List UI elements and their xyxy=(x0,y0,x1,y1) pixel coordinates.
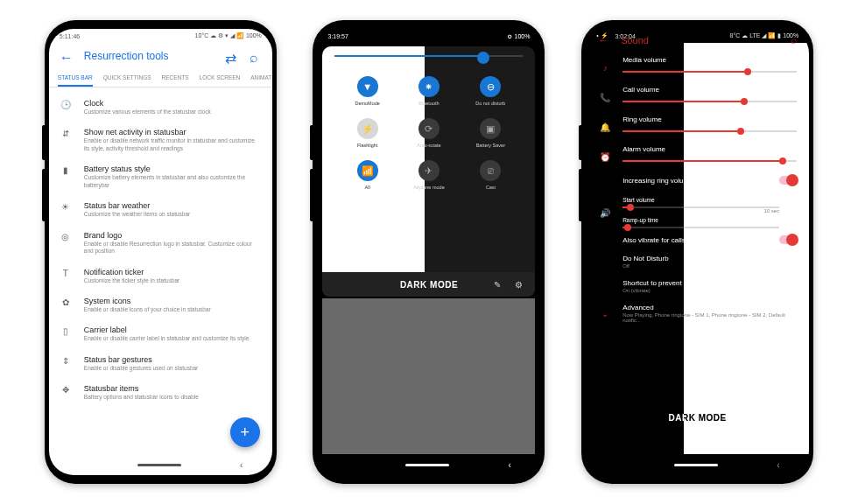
qs-tile[interactable]: ✈Airplane mode xyxy=(398,160,460,190)
item-title: Show net activity in statusbar xyxy=(84,128,262,136)
vol-icon: ♪ xyxy=(598,56,612,73)
item-subtitle: Enable or disable icons of your choice i… xyxy=(84,306,262,313)
tile-label: Do not disturb xyxy=(475,101,505,106)
item-icon: T xyxy=(60,268,72,278)
vol-slider[interactable] xyxy=(622,71,797,73)
qs-tile[interactable]: 📶All xyxy=(336,160,397,190)
vol-icon: ⏰ xyxy=(598,145,612,162)
volume-row: 📞Call volume xyxy=(586,81,809,111)
vol-slider[interactable] xyxy=(622,101,797,102)
screen-sound-settings: • ⚡ 3:02:04 8°C ☁ LTE ◢ 📶 ▮ 100% ← Sound… xyxy=(586,29,809,475)
increasing-ring-details: 🔊 Start volume 10 sec Ramp-up time xyxy=(586,190,809,230)
list-item[interactable]: ☀Status bar weatherCustomize the weather… xyxy=(60,195,262,224)
qs-tile[interactable]: ▣Battery Saver xyxy=(460,118,521,148)
row-title: Also vibrate for calls xyxy=(622,236,769,244)
list-item[interactable]: ◎Brand logoEnable or disable Resurrectio… xyxy=(60,225,262,262)
tab-quick-settings[interactable]: QUICK SETTINGS xyxy=(103,69,151,87)
back-icon[interactable]: ← xyxy=(60,50,72,62)
swap-icon[interactable]: ⇄ xyxy=(225,50,237,62)
settings-icon[interactable]: ⚙ xyxy=(515,280,523,290)
item-title: Brand logo xyxy=(84,231,262,240)
list-item[interactable]: ✥Statusbar itemsBattery options and stat… xyxy=(60,378,262,407)
volume-row: 🔔Ring volume xyxy=(586,111,809,141)
fab-add-button[interactable]: + xyxy=(230,417,260,447)
tile-icon: ⎚ xyxy=(480,160,501,181)
vol-icon: 🔔 xyxy=(598,116,612,132)
tab-animation[interactable]: ANIMATION xyxy=(250,69,272,87)
vol-slider[interactable] xyxy=(622,130,797,132)
search-icon[interactable]: ⌕ xyxy=(791,34,797,46)
volume-up-icon: 🔊 xyxy=(598,208,612,218)
nav-back-icon[interactable]: ‹ xyxy=(509,460,511,470)
tab-status-bar[interactable]: STATUS BAR xyxy=(58,69,93,87)
item-title: Battery status style xyxy=(84,164,262,173)
shortcut-row[interactable]: Shortcut to prevent ringing On (vibrate) xyxy=(586,274,809,298)
qs-footer: DARK MODE ✎ ⚙ xyxy=(322,272,535,297)
start-volume-label: Start volume xyxy=(622,197,779,203)
start-volume-slider[interactable] xyxy=(622,206,779,208)
vol-label: Alarm volume xyxy=(622,145,797,153)
status-bar: 5:11:46 10°C ☁ ⚙ ▾ ◢ 📶 100% xyxy=(49,29,272,43)
advanced-row[interactable]: ⌄ Advanced Now Playing, Phone ringtone -… xyxy=(586,298,809,328)
edit-icon[interactable]: ✎ xyxy=(494,280,501,290)
nav-back-icon[interactable]: ‹ xyxy=(240,460,243,470)
tile-label: DemoMode xyxy=(355,101,379,106)
list-item[interactable]: ▮Battery status styleCustomize battery e… xyxy=(60,158,262,195)
tile-icon: ⊖ xyxy=(480,76,501,97)
item-icon: 🕒 xyxy=(60,99,72,109)
list-item[interactable]: ✿System iconsEnable or disable icons of … xyxy=(60,290,262,319)
list-item[interactable]: ⇕Status bar gesturesEnable or disable ge… xyxy=(60,349,262,378)
switch-on[interactable] xyxy=(779,235,797,244)
tab-lock-screen[interactable]: LOCK SCREEN xyxy=(200,69,241,87)
phone-3: • ⚡ 3:02:04 8°C ☁ LTE ◢ 📶 ▮ 100% ← Sound… xyxy=(581,20,813,484)
ramp-value: 10 sec xyxy=(763,208,779,214)
qs-tile[interactable]: ⁕Bluetooth xyxy=(398,76,460,106)
qs-tile[interactable]: ⟳Auto-rotate xyxy=(398,118,460,148)
page-title: Resurrection tools xyxy=(84,50,213,62)
qs-tile[interactable]: ▼DemoMode xyxy=(336,76,397,106)
search-icon[interactable]: ⌕ xyxy=(250,50,262,62)
qs-tiles-grid: ▼DemoMode⁕Bluetooth⊖Do not disturb⚡Flash… xyxy=(322,69,535,197)
list-item[interactable]: 🕒ClockCustomize various elements of the … xyxy=(60,93,262,122)
home-pill[interactable] xyxy=(405,464,449,466)
app-bar: ← Sound ⌕ xyxy=(586,29,809,52)
list-item[interactable]: TNotification tickerCustomize the ticker… xyxy=(60,262,262,290)
qs-panel: ▼DemoMode⁕Bluetooth⊖Do not disturb⚡Flash… xyxy=(322,46,535,283)
row-title: Do Not Disturb xyxy=(622,255,797,262)
ramp-slider[interactable] xyxy=(622,227,779,228)
qs-tile[interactable]: ⊖Do not disturb xyxy=(460,76,521,106)
ramp-label: Ramp-up time xyxy=(622,217,779,223)
list-item[interactable]: ⇵Show net activity in statusbarEnable or… xyxy=(60,122,262,158)
item-icon: ⇕ xyxy=(60,355,72,366)
switch-on[interactable] xyxy=(779,176,797,185)
navbar: ‹ xyxy=(49,454,272,475)
brightness-slider[interactable] xyxy=(334,55,523,57)
tile-label: Airplane mode xyxy=(413,185,444,190)
home-pill[interactable] xyxy=(137,464,181,466)
qs-tile[interactable]: ⚡Flashlight xyxy=(336,118,397,148)
item-subtitle: Enable or disable network traffic monito… xyxy=(84,137,262,152)
tab-recents[interactable]: RECENTS xyxy=(162,69,189,87)
tile-icon: 📶 xyxy=(357,160,378,181)
item-subtitle: Customize various elements of the status… xyxy=(84,108,262,116)
tile-label: Cast xyxy=(486,185,496,190)
vol-slider[interactable] xyxy=(622,160,797,162)
item-subtitle: Enable or disable gestures used on statu… xyxy=(84,365,262,372)
tabs: STATUS BAR QUICK SETTINGS RECENTS LOCK S… xyxy=(49,69,272,88)
list-item[interactable]: ▯Carrier labelEnable or disable carrier … xyxy=(60,319,262,348)
row-subtitle: On (vibrate) xyxy=(622,288,797,293)
vol-icon: 📞 xyxy=(598,86,612,102)
item-title: System icons xyxy=(84,297,262,305)
item-subtitle: Customize the ticker style in statusbar xyxy=(84,277,262,284)
also-vibrate-row[interactable]: Also vibrate for calls xyxy=(586,230,809,249)
increasing-ring-row[interactable]: Increasing ring volume xyxy=(586,171,809,190)
tile-icon: ✈ xyxy=(418,160,440,181)
screen-resurrection-tools: 5:11:46 10°C ☁ ⚙ ▾ ◢ 📶 100% ← Resurrecti… xyxy=(49,29,272,475)
back-icon[interactable]: ← xyxy=(598,34,608,46)
settings-list[interactable]: 🕒ClockCustomize various elements of the … xyxy=(49,88,272,464)
dark-mode-label: DARK MODE xyxy=(400,280,458,290)
qs-tile[interactable]: ⎚Cast xyxy=(460,160,521,190)
vol-label: Call volume xyxy=(622,86,797,94)
dnd-row[interactable]: Do Not Disturb Off xyxy=(586,249,809,274)
phone-1: 5:11:46 10°C ☁ ⚙ ▾ ◢ 📶 100% ← Resurrecti… xyxy=(45,20,277,484)
